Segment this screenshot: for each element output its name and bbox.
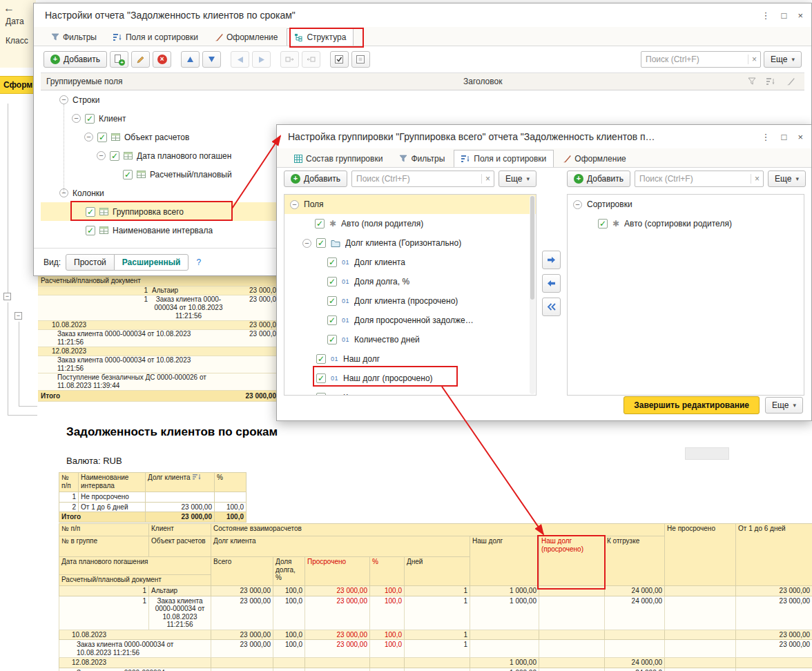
finish-editing-button[interactable]: Завершить редактирование [624, 396, 760, 414]
footer-more-button[interactable]: Еще ▾ [765, 397, 803, 414]
move-up-button[interactable] [181, 51, 200, 68]
fields-root-row[interactable]: − Поля [284, 195, 536, 214]
back-button[interactable]: ← [3, 2, 14, 14]
collapse-icon[interactable]: − [97, 151, 106, 160]
tab-fields-sorting[interactable]: Поля и сортировки [106, 28, 206, 46]
checkbox[interactable]: ✓ [327, 277, 337, 286]
field-row[interactable]: ✓ 01 Долг клиента (просрочено) [284, 291, 536, 311]
checkbox[interactable]: ✓ [316, 354, 326, 364]
ungroup-button[interactable] [302, 51, 320, 68]
tree-row-rows[interactable]: − Строки [41, 90, 804, 109]
checkbox[interactable]: ✓ [598, 219, 608, 228]
sorting-more-button[interactable]: Еще ▾ [768, 171, 806, 187]
filter-icon[interactable] [748, 77, 756, 88]
more-button[interactable]: Еще ▾ [764, 51, 802, 68]
sort-icon[interactable] [766, 77, 775, 88]
checkbox[interactable]: ✓ [316, 373, 326, 383]
checkbox[interactable]: ✓ [316, 393, 326, 396]
checkbox[interactable]: ✓ [110, 151, 119, 161]
view-extended-toggle[interactable]: Расширенный [114, 254, 189, 271]
tab-fields-sorting[interactable]: Поля и сортировки [454, 150, 554, 167]
search-input[interactable] [641, 55, 748, 64]
grouping-collapse-box[interactable]: − [14, 312, 22, 320]
fields-sort-icon [461, 155, 470, 163]
checkbox[interactable]: ✓ [86, 207, 95, 217]
field-row[interactable]: ✓ 01 Доля просроченной задолже… [284, 311, 536, 330]
view-simple-toggle[interactable]: Простой [66, 254, 115, 271]
uncheck-all-button[interactable] [351, 51, 370, 68]
group-button[interactable] [280, 51, 299, 68]
clear-search-icon[interactable]: × [481, 174, 494, 184]
sorting-row-auto[interactable]: ✓ ✱ Авто (сортировки родителя) [568, 214, 804, 233]
appearance-icon[interactable] [786, 77, 795, 88]
checkbox[interactable]: ✓ [86, 226, 95, 235]
field-icon [137, 171, 146, 178]
fields-more-button[interactable]: Еще ▾ [499, 171, 536, 187]
field-row-to-ship[interactable]: ✓ 01 К отгрузке [284, 388, 536, 396]
sorting-root-row[interactable]: − Сортировки [568, 195, 804, 214]
move-to-sorting-button[interactable] [542, 251, 561, 269]
add-field-button[interactable]: + Добавить [284, 171, 347, 187]
window-maximize-button[interactable]: □ [782, 10, 787, 21]
tab-filters[interactable]: Фильтры [392, 150, 452, 167]
sorting-search-input[interactable] [635, 174, 751, 184]
cell: 100,0 [370, 640, 405, 658]
check-all-button[interactable] [330, 51, 349, 68]
scrollbar-thumb[interactable] [530, 196, 534, 300]
window-close-button[interactable]: × [798, 132, 803, 142]
field-row-our-debt[interactable]: ✓ 01 Наш долг [284, 349, 536, 369]
field-row-auto[interactable]: ✓ ✱ Авто (поля родителя) [284, 214, 536, 233]
cell: 24 000,0 [605, 668, 665, 671]
fields-search-input[interactable] [352, 174, 481, 184]
tab-structure[interactable]: Структура [287, 28, 354, 46]
checkbox[interactable]: ✓ [327, 315, 337, 325]
tab-appearance[interactable]: Оформление [555, 150, 633, 167]
collapse-icon[interactable]: − [573, 200, 582, 209]
checkbox[interactable]: ✓ [316, 238, 326, 248]
tab-filters[interactable]: Фильтры [44, 28, 104, 46]
checkbox[interactable]: ✓ [123, 170, 133, 179]
field-row-our-debt-overdue[interactable]: ✓ 01 Наш долг (просрочено) [284, 369, 536, 388]
checkbox[interactable]: ✓ [327, 257, 337, 267]
collapse-icon[interactable]: − [290, 200, 299, 209]
window-close-button[interactable]: × [798, 10, 803, 21]
move-right-button[interactable] [252, 51, 271, 68]
tab-grouping-content[interactable]: Состав группировки [287, 150, 390, 167]
window-maximize-button[interactable]: □ [782, 132, 787, 142]
clear-search-icon[interactable]: × [748, 55, 760, 64]
collapse-icon[interactable]: − [302, 239, 311, 248]
collapse-icon[interactable]: − [59, 95, 68, 104]
scrollbar[interactable] [530, 195, 535, 394]
field-row-client-debt-group[interactable]: − ✓ Долг клиента (Горизонтально) [284, 233, 536, 253]
field-row[interactable]: ✓ 01 Долг клиента [284, 253, 536, 272]
help-link[interactable]: ? [196, 257, 201, 267]
move-from-sorting-button[interactable] [542, 274, 561, 293]
window-menu-button[interactable]: ⋮ [762, 10, 771, 21]
move-left-button[interactable] [231, 51, 249, 68]
generate-report-button[interactable]: Сформ [0, 76, 36, 94]
move-down-button[interactable] [202, 51, 221, 68]
checkbox[interactable]: ✓ [315, 219, 325, 228]
summary-row: 1 Не просрочено [59, 492, 246, 503]
column-grouped-fields[interactable]: Группируемые поля [46, 77, 122, 86]
field-row[interactable]: ✓ 01 Доля долга, % [284, 272, 536, 291]
edit-button[interactable] [131, 51, 150, 68]
delete-button[interactable]: × [153, 51, 171, 68]
add-button[interactable]: + Добавить [44, 51, 107, 68]
checkbox[interactable]: ✓ [327, 335, 337, 344]
clear-search-icon[interactable]: × [751, 174, 763, 184]
collapse-icon[interactable]: − [72, 114, 81, 123]
field-row[interactable]: ✓ 01 Количество дней [284, 330, 536, 349]
table-header-row: Расчетный/плановый документ [38, 276, 278, 286]
collapse-icon[interactable]: − [84, 133, 93, 142]
checkbox[interactable]: ✓ [327, 296, 337, 306]
add-sorting-button[interactable]: + Добавить [567, 171, 630, 187]
grouping-collapse-box[interactable]: − [3, 293, 11, 300]
checkbox[interactable]: ✓ [97, 133, 107, 142]
tab-appearance[interactable]: Оформление [207, 28, 285, 46]
move-all-from-sorting-button[interactable] [542, 298, 561, 316]
checkbox[interactable]: ✓ [85, 114, 95, 124]
column-title[interactable]: Заголовок [463, 77, 502, 86]
window-menu-button[interactable]: ⋮ [762, 132, 771, 142]
copy-button[interactable]: + [110, 51, 128, 68]
